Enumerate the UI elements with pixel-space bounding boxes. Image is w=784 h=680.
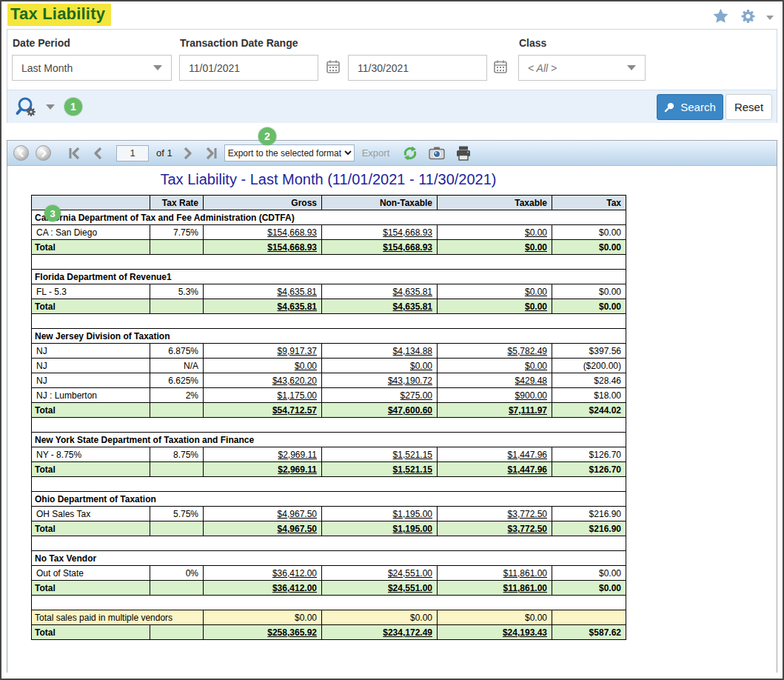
gross-link[interactable]: $4,967.50	[204, 507, 322, 521]
gross-link[interactable]: $43,620.20	[204, 373, 322, 388]
tax-item-row: FL - 5.35.3%$4,635.81$4,635.81$0.00$0.00	[32, 284, 626, 299]
jurisdiction-cell: Out of State	[32, 566, 150, 581]
search-options-chevron-icon[interactable]	[46, 104, 55, 110]
taxable-link[interactable]: $3,772.50	[438, 521, 552, 536]
gear-icon[interactable]	[739, 7, 757, 25]
class-select[interactable]: < All >	[518, 55, 646, 81]
gross-link[interactable]: $4,635.81	[204, 284, 322, 299]
snapshot-camera-icon[interactable]	[428, 144, 446, 162]
report-panel: of 1 Export to the selected format Expor…	[7, 140, 777, 673]
export-button[interactable]: Export	[362, 147, 390, 159]
non-taxable-link[interactable]: $234,172.49	[322, 625, 438, 640]
search-settings-icon[interactable]	[15, 96, 38, 119]
taxable-link[interactable]: $7,111.97	[438, 403, 552, 418]
reset-button[interactable]: Reset	[726, 94, 772, 120]
taxable-link[interactable]: $1,447.96	[438, 462, 552, 477]
taxable-link[interactable]: $0.00	[438, 284, 552, 299]
non-taxable-link[interactable]: $47,600.60	[322, 403, 438, 418]
history-back-button[interactable]	[13, 145, 29, 161]
search-icon	[664, 101, 675, 113]
date-from-calendar-icon[interactable]	[324, 59, 342, 76]
date-to-calendar-icon[interactable]	[492, 59, 509, 76]
tax-rate-cell: 0%	[150, 566, 204, 581]
tax-rate-cell: 6.625%	[150, 373, 204, 388]
gear-menu-chevron-icon[interactable]	[766, 16, 774, 20]
tax-rate-cell: 2%	[150, 388, 204, 403]
previous-page-button[interactable]	[93, 147, 103, 160]
non-taxable-link[interactable]: $1,195.00	[322, 507, 438, 521]
non-taxable-link[interactable]: $43,190.72	[322, 373, 438, 388]
non-taxable-value: $0.00	[322, 610, 438, 625]
date-from-input[interactable]: 11/01/2021	[179, 55, 318, 81]
gross-link[interactable]: $258,365.92	[204, 625, 322, 640]
date-to-input[interactable]: 11/30/2021	[348, 55, 487, 81]
non-taxable-link[interactable]: $4,635.81	[322, 299, 438, 314]
taxable-link[interactable]: $0.00	[438, 359, 552, 373]
first-page-button[interactable]	[67, 147, 82, 160]
non-taxable-link[interactable]: $154,668.93	[322, 240, 438, 255]
page-number-input[interactable]	[116, 145, 149, 161]
taxable-link[interactable]: $24,193.43	[438, 625, 552, 640]
tax-value: $587.62	[552, 625, 626, 640]
favorite-star-icon[interactable]	[711, 7, 730, 25]
taxable-link[interactable]: $900.00	[438, 388, 552, 403]
non-taxable-link[interactable]: $1,195.00	[322, 521, 438, 536]
tax-value: $0.00	[552, 299, 626, 314]
non-taxable-link[interactable]: $4,635.81	[322, 284, 438, 299]
gross-link[interactable]: $54,712.57	[204, 403, 322, 418]
tax-value	[552, 610, 626, 625]
section-header-row: California Department of Tax and Fee Adm…	[32, 210, 626, 225]
taxable-link[interactable]: $5,782.49	[438, 344, 552, 359]
gross-link[interactable]: $2,969.11	[204, 462, 322, 477]
tax-item-row: NY - 8.75%8.75%$2,969.11$1,521.15$1,447.…	[32, 447, 626, 462]
print-icon[interactable]	[455, 144, 472, 162]
column-header-tax-rate: Tax Rate	[150, 196, 204, 210]
taxable-link[interactable]: $0.00	[438, 299, 552, 314]
grand-total-label: Total	[32, 625, 150, 640]
non-taxable-link[interactable]: $154,668.93	[322, 225, 438, 240]
history-forward-button[interactable]	[36, 145, 51, 161]
gross-link[interactable]: $2,969.11	[204, 447, 322, 462]
gross-link[interactable]: $9,917.37	[204, 344, 322, 359]
non-taxable-link[interactable]: $24,551.00	[322, 566, 438, 581]
section-total-row: Total$4,635.81$4,635.81$0.00$0.00	[32, 299, 626, 314]
taxable-link[interactable]: $0.00	[438, 240, 552, 255]
taxable-link[interactable]: $429.48	[438, 373, 552, 388]
gross-link[interactable]: $4,635.81	[204, 299, 322, 314]
taxable-link[interactable]: $1,447.96	[438, 447, 552, 462]
next-page-button[interactable]	[183, 147, 193, 160]
gross-link[interactable]: $0.00	[204, 359, 322, 373]
taxable-link[interactable]: $3,772.50	[438, 507, 552, 521]
tax-rate-cell: 5.3%	[150, 284, 204, 299]
tax-rate-cell: 8.75%	[150, 447, 204, 462]
taxable-link[interactable]: $11,861.00	[438, 566, 552, 581]
gross-link[interactable]: $154,668.93	[204, 225, 322, 240]
last-page-button[interactable]	[204, 147, 218, 160]
non-taxable-link[interactable]: $275.00	[322, 388, 438, 403]
gross-link[interactable]: $154,668.93	[204, 240, 322, 255]
gross-link[interactable]: $36,412.00	[204, 581, 322, 596]
taxable-link[interactable]: $11,861.00	[438, 581, 552, 596]
non-taxable-link[interactable]: $1,521.15	[322, 462, 438, 477]
multi-vendor-label: Total sales paid in multiple vendors	[32, 610, 204, 625]
refresh-icon[interactable]	[401, 144, 419, 162]
gross-link[interactable]: $4,967.50	[204, 521, 322, 536]
gross-link[interactable]: $36,412.00	[204, 566, 322, 581]
date-period-select[interactable]: Last Month	[12, 55, 172, 81]
section-total-row: Total$54,712.57$47,600.60$7,111.97$244.0…	[32, 403, 626, 418]
non-taxable-link[interactable]: $1,521.15	[322, 447, 438, 462]
non-taxable-link[interactable]: $0.00	[322, 359, 438, 373]
export-format-select[interactable]: Export to the selected format	[224, 144, 355, 161]
spacer-row	[32, 596, 626, 610]
non-taxable-link[interactable]: $24,551.00	[322, 581, 438, 596]
non-taxable-link[interactable]: $4,134.88	[322, 344, 438, 359]
jurisdiction-cell: OH Sales Tax	[32, 507, 150, 521]
search-button[interactable]: Search	[657, 94, 723, 120]
spacer-cell	[32, 314, 626, 329]
tax-value: $216.90	[552, 521, 626, 536]
spacer-cell	[32, 536, 626, 551]
tax-value: $0.00	[552, 225, 626, 240]
gross-link[interactable]: $1,175.00	[204, 388, 322, 403]
taxable-link[interactable]: $0.00	[438, 225, 552, 240]
tax-rate-cell	[150, 403, 204, 418]
